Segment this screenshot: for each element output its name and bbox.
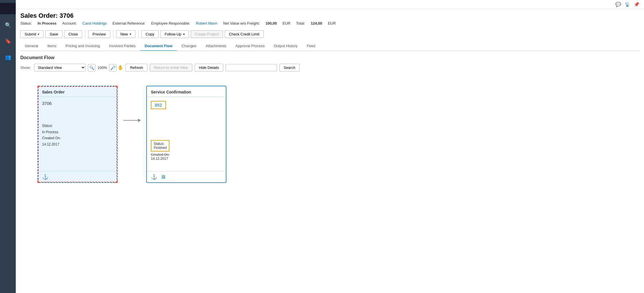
tab-changes[interactable]: Changes xyxy=(177,41,201,51)
tab-approval[interactable]: Approval Process xyxy=(231,41,269,51)
users-icon[interactable]: 👥 xyxy=(3,52,13,62)
new-button[interactable]: New xyxy=(116,30,135,38)
sidebar-top-bar xyxy=(0,3,16,14)
search-icon[interactable]: 🔍 xyxy=(3,20,13,30)
rss-icon[interactable]: 📡 xyxy=(625,2,630,7)
sc-created-value: 14.12.2017 xyxy=(151,157,222,161)
doc-flow-toolbar: Show: Standard View Detailed View Compac… xyxy=(20,64,639,71)
toolbar: Submit Save Close Preview New Copy Follo… xyxy=(20,28,639,40)
sales-order-node[interactable]: Sales Order 3706 Status: In Process Crea… xyxy=(37,86,118,183)
zoom-out-button[interactable]: 🔎 xyxy=(109,64,116,71)
tab-pricing[interactable]: Pricing and Invoicing xyxy=(61,41,104,51)
corner-bl xyxy=(37,180,40,183)
bookmark-icon[interactable]: 🔖 xyxy=(3,36,13,46)
arrow-connector xyxy=(118,120,146,121)
copy-button[interactable]: Copy xyxy=(141,30,159,38)
sc-status-value: Finished xyxy=(154,146,167,150)
doc-flow-section: Document Flow Show: Standard View Detail… xyxy=(16,51,644,293)
sales-order-footer: ⚓ xyxy=(38,171,117,182)
status-row: Status: In Process Account: Carol Holdin… xyxy=(20,21,639,25)
so-footer-icon[interactable]: ⚓ xyxy=(42,174,48,180)
account-link[interactable]: Carol Holdings xyxy=(82,21,107,25)
sales-order-header: Sales Order xyxy=(38,86,117,97)
tab-general[interactable]: General xyxy=(20,41,43,51)
main-content: 💬 📡 📌 Sales Order: 3706 Status: In Proce… xyxy=(16,0,644,293)
toolbar-separator-1 xyxy=(85,30,85,38)
pin-icon[interactable]: 📌 xyxy=(634,2,639,7)
tab-items[interactable]: Items xyxy=(43,41,61,51)
corner-tr xyxy=(115,86,118,89)
show-label: Show: xyxy=(20,65,31,70)
doc-flow-title: Document Flow xyxy=(20,55,639,60)
left-sidebar: 🔍 🔖 👥 xyxy=(0,0,16,293)
corner-br xyxy=(115,180,118,183)
net-currency: EUR xyxy=(283,21,290,25)
total-currency: EUR xyxy=(328,21,335,25)
total-label: Total: xyxy=(296,21,305,25)
employee-label: Employee Responsible: xyxy=(151,21,190,25)
sc-status-label: Status: xyxy=(154,142,164,146)
sc-id[interactable]: 852 xyxy=(151,101,166,109)
close-button[interactable]: Close xyxy=(64,30,82,38)
sales-order-status: Status: In Process Created On: 14.12.201… xyxy=(42,123,113,148)
status-label: Status: xyxy=(20,21,32,25)
view-select[interactable]: Standard View Detailed View Compact View xyxy=(34,64,86,71)
service-confirmation-node[interactable]: Service Confirmation 852 Status: Finishe… xyxy=(146,86,226,183)
tab-involved[interactable]: Involved Parties xyxy=(104,41,140,51)
zoom-value: 100% xyxy=(96,65,108,70)
follow-up-button[interactable]: Follow-Up xyxy=(160,30,189,38)
hide-details-button[interactable]: Hide Details xyxy=(195,64,223,71)
refresh-button[interactable]: Refresh xyxy=(126,64,147,71)
status-value: In Process xyxy=(37,21,56,25)
tabs: General Items Pricing and Invoicing Invo… xyxy=(20,41,639,51)
zoom-in-button[interactable]: 🔍 xyxy=(88,64,95,71)
corner-tl xyxy=(37,86,40,89)
sc-status-box: Status: Finished xyxy=(151,140,169,152)
tab-attachments[interactable]: Attachments xyxy=(201,41,231,51)
so-status-label: Status: xyxy=(42,124,53,128)
return-to-initial-button[interactable]: Return to Initial View xyxy=(150,64,192,71)
sc-body: 852 Status: Finished Created On: 14.12.2… xyxy=(147,97,226,171)
message-icon[interactable]: 💬 xyxy=(615,2,621,7)
create-project-button[interactable]: Create Project xyxy=(191,30,223,38)
so-created-label: Created On: xyxy=(42,136,61,140)
tab-output[interactable]: Output History xyxy=(269,41,302,51)
toolbar-separator-3 xyxy=(138,30,139,38)
sales-order-id: 3706 xyxy=(42,101,113,106)
search-button[interactable]: Search xyxy=(279,64,300,71)
net-value-label: Net Value w/o Freight: xyxy=(223,21,260,25)
toolbar-separator-2 xyxy=(113,30,113,38)
sales-order-body: 3706 Status: In Process Created On: 14.1… xyxy=(38,97,117,171)
save-button[interactable]: Save xyxy=(45,30,62,38)
preview-button[interactable]: Preview xyxy=(88,30,110,38)
sc-header: Service Confirmation xyxy=(147,86,226,97)
so-status-value: In Process xyxy=(42,130,58,134)
tab-feed[interactable]: Feed xyxy=(302,41,320,51)
submit-button[interactable]: Submit xyxy=(20,30,44,38)
net-value: 100,00 xyxy=(265,21,277,25)
top-bar-icons: 💬 📡 📌 xyxy=(615,2,639,7)
sc-anchor-icon[interactable]: ⚓ xyxy=(151,174,157,180)
tab-docflow[interactable]: Document Flow xyxy=(140,41,177,51)
so-created-value: 14.12.2017 xyxy=(42,142,59,146)
page-title: Sales Order: 3706 xyxy=(20,12,639,19)
header-area: Sales Order: 3706 Status: In Process Acc… xyxy=(16,9,644,51)
sc-server-icon[interactable]: 🖥 xyxy=(161,174,166,180)
top-bar: 💬 📡 📌 xyxy=(16,0,644,9)
sc-created-label: Created On: xyxy=(151,153,222,157)
total-value: 124,00 xyxy=(311,21,322,25)
doc-flow-search-input[interactable] xyxy=(226,64,277,71)
zoom-controls: 🔍 100% 🔎 ✋ xyxy=(88,64,123,71)
diagram-area: Sales Order 3706 Status: In Process Crea… xyxy=(20,77,639,206)
sc-footer: ⚓ 🖥 xyxy=(147,171,226,182)
arrow-line xyxy=(123,120,141,121)
external-ref-label: External Reference: xyxy=(112,21,145,25)
check-credit-limit-button[interactable]: Check Credit Limit xyxy=(225,30,264,38)
employee-link[interactable]: Robert Mann xyxy=(196,21,218,25)
account-label: Account: xyxy=(62,21,77,25)
sc-status-area: Status: Finished Created On: 14.12.2017 xyxy=(151,126,222,161)
pan-icon[interactable]: ✋ xyxy=(118,65,123,70)
